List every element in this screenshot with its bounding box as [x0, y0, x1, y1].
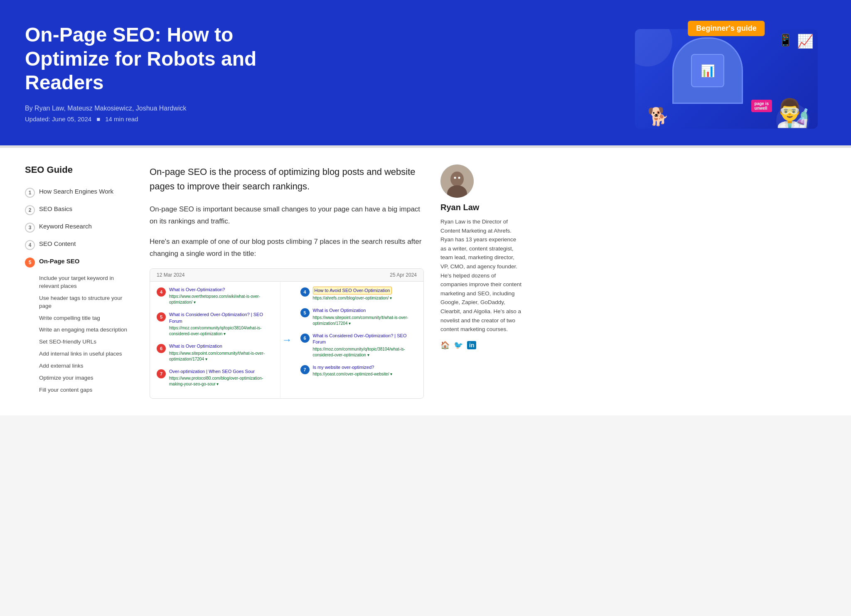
serp-text-r3: Is my website over-optimized? https://yo…: [313, 364, 393, 378]
sidebar-item-on-page-seo[interactable]: 5 On-Page SEO: [25, 253, 133, 271]
subnav-item-7[interactable]: Optimize your images: [39, 372, 133, 384]
intro-paragraph: On-page SEO is the process of optimizing…: [150, 164, 424, 194]
subnav-item-4[interactable]: Set SEO-friendly URLs: [39, 336, 133, 348]
sidebar-item-seo-content[interactable]: 4 SEO Content: [25, 236, 133, 253]
serp-url-l1: https://moz.com/community/q/topic/38104/…: [169, 325, 273, 337]
serp-url-r0: https://ahrefs.com/blog/over-optimizatio…: [313, 295, 392, 301]
serp-url-l2: https://www.sitepoint.com/community/t/wh…: [169, 351, 273, 362]
author-name: Ryan Law: [440, 203, 524, 212]
svg-point-1: [450, 172, 464, 187]
serp-title-l0: What is Over-Optimization?: [169, 287, 273, 293]
serp-title-l2: What is Over Optimization: [169, 343, 273, 349]
nav-num-4: 4: [25, 240, 35, 250]
updated-date: Updated: June 05, 2024: [25, 115, 91, 123]
serp-result-left-1: 5 What is Considered Over-Optimization? …: [157, 312, 273, 337]
serp-arrow: →: [280, 282, 294, 398]
nav-num-1: 1: [25, 188, 35, 198]
serp-badge-l0: 4: [157, 287, 166, 297]
serp-text-l3: Over-optimization | When SEO Goes Sour h…: [169, 368, 273, 388]
hero-illustration: 📊 🐕 👨‍🔬 page isunwell 📈 📱: [635, 29, 818, 129]
sidebar-nav: SEO Guide 1 How Search Engines Work 2 SE…: [25, 164, 133, 396]
sidebar-item-keyword-research[interactable]: 3 Keyword Research: [25, 218, 133, 236]
serp-title-r0: How to Avoid SEO Over-Optimization: [313, 287, 392, 295]
machine-shape: 📊: [672, 37, 743, 104]
robot-icon: 👨‍🔬: [776, 97, 809, 129]
content-layout: SEO Guide 1 How Search Engines Work 2 SE…: [25, 164, 826, 399]
serp-url-r2: https://moz.com/community/q/topic/38104/…: [313, 346, 417, 358]
author-avatar: [440, 164, 474, 198]
serp-badge-r3: 7: [300, 365, 310, 374]
serp-title-l3: Over-optimization | When SEO Goes Sour: [169, 368, 273, 375]
serp-result-left-0: 4 What is Over-Optimization? https://www…: [157, 287, 273, 306]
nav-label-4: SEO Content: [39, 239, 76, 248]
body-para-2: Here's an example of one of our blog pos…: [150, 236, 424, 260]
subnav-item-5[interactable]: Add internal links in useful places: [39, 348, 133, 360]
subnav-item-0[interactable]: Include your target keyword in relevant …: [39, 272, 133, 292]
separator: ■: [96, 115, 100, 123]
author-social-twitter[interactable]: 🐦: [454, 341, 463, 350]
serp-columns: 4 What is Over-Optimization? https://www…: [150, 282, 423, 398]
serp-result-right-0: 4 How to Avoid SEO Over-Optimization htt…: [300, 287, 417, 302]
serp-date-right: 25 Apr 2024: [390, 272, 417, 278]
serp-col-after: 4 How to Avoid SEO Over-Optimization htt…: [294, 282, 424, 398]
nav-label-3: Keyword Research: [39, 222, 92, 231]
serp-result-right-3: 7 Is my website over-optimized? https://…: [300, 364, 417, 378]
sidebar-subnav-list: Include your target keyword in relevant …: [39, 272, 133, 396]
serp-badge-r1: 5: [300, 308, 310, 317]
serp-date-left: 12 Mar 2024: [157, 272, 184, 278]
serp-badge-l3: 7: [157, 369, 166, 378]
main-content: On-page SEO is the process of optimizing…: [150, 164, 424, 399]
serp-url-r3: https://yoast.com/over-optimized-website…: [313, 371, 393, 377]
page-badge: page isunwell: [751, 100, 772, 112]
serp-url-r1: https://www.sitepoint.com/community/t/wh…: [313, 315, 417, 326]
header-meta-row: Updated: June 05, 2024 ■ 14 min read: [25, 115, 266, 123]
nav-label-5: On-Page SEO: [39, 257, 80, 265]
beginner-badge: Beginner's guide: [688, 21, 765, 36]
serp-text-r1: What is Over Optimization https://www.si…: [313, 307, 417, 326]
mobile-icon: 📱: [778, 33, 793, 47]
body-para-1: On-page SEO is important because small c…: [150, 204, 424, 228]
svg-point-4: [458, 177, 460, 179]
authors-line: By Ryan Law, Mateusz Makosiewicz, Joshua…: [25, 105, 266, 112]
nav-label-1: How Search Engines Work: [39, 187, 113, 196]
nav-num-2: 2: [25, 205, 35, 215]
author-sidebar: Ryan Law Ryan Law is the Director of Con…: [440, 164, 524, 350]
nav-num-5: 5: [25, 258, 35, 268]
serp-url-l0: https://www.overthetopseo.com/wiki/what-…: [169, 294, 273, 305]
subnav-item-6[interactable]: Add external links: [39, 360, 133, 372]
serp-badge-l2: 6: [157, 344, 166, 353]
nav-label-2: SEO Basics: [39, 204, 72, 213]
serp-result-left-2: 6 What is Over Optimization https://www.…: [157, 343, 273, 362]
serp-badge-r0: 4: [300, 287, 310, 297]
serp-text-r2: What is Considered Over-Optimization? | …: [313, 333, 417, 358]
subnav-item-8[interactable]: Fill your content gaps: [39, 384, 133, 396]
serp-result-right-1: 5 What is Over Optimization https://www.…: [300, 307, 417, 326]
serp-url-l3: https://www.protocol80.com/blog/over-opt…: [169, 375, 273, 387]
serp-text-r0: How to Avoid SEO Over-Optimization https…: [313, 287, 392, 302]
serp-result-left-3: 7 Over-optimization | When SEO Goes Sour…: [157, 368, 273, 388]
subnav-item-2[interactable]: Write compelling title tag: [39, 312, 133, 324]
serp-badge-l1: 5: [157, 312, 166, 321]
subnav-item-1[interactable]: Use header tags to structure your page: [39, 292, 133, 312]
subnav-item-3[interactable]: Write an engaging meta description: [39, 324, 133, 336]
page-header: On-Page SEO: How to Optimize for Robots …: [0, 0, 851, 145]
serp-text-l1: What is Considered Over-Optimization? | …: [169, 312, 273, 337]
author-socials: 🏠 🐦 in: [440, 341, 524, 350]
author-social-home[interactable]: 🏠: [440, 341, 450, 350]
page-title: On-Page SEO: How to Optimize for Robots …: [25, 23, 266, 95]
read-time: 14 min read: [105, 115, 138, 123]
serp-col-before: 4 What is Over-Optimization? https://www…: [150, 282, 280, 398]
serp-title-l1: What is Considered Over-Optimization? | …: [169, 312, 273, 324]
chart-icon: 📈: [797, 33, 814, 49]
author-bio: Ryan Law is the Director of Content Mark…: [440, 217, 524, 334]
author-social-linkedin[interactable]: in: [467, 341, 476, 349]
serp-badge-r2: 6: [300, 334, 310, 343]
serp-title-r1: What is Over Optimization: [313, 307, 417, 314]
nav-num-3: 3: [25, 223, 35, 233]
serp-screenshot: 12 Mar 2024 25 Apr 2024 4 What is Over-O…: [150, 268, 424, 399]
serp-text-l0: What is Over-Optimization? https://www.o…: [169, 287, 273, 306]
sidebar-item-seo-basics[interactable]: 2 SEO Basics: [25, 201, 133, 218]
sidebar-item-how-search-engines-work[interactable]: 1 How Search Engines Work: [25, 184, 133, 201]
sidebar-title: SEO Guide: [25, 164, 133, 175]
serp-title-r3: Is my website over-optimized?: [313, 364, 393, 371]
